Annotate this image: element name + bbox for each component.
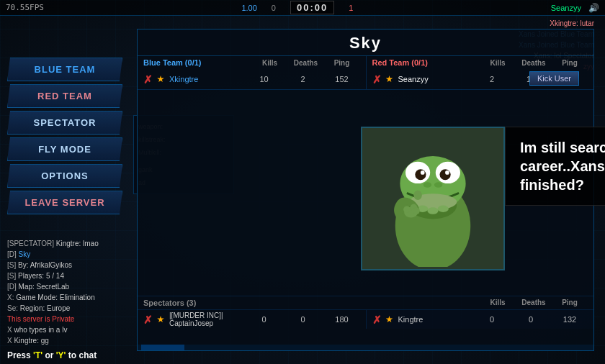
red-player-0-star bbox=[386, 76, 393, 83]
chat-line-9: X Kingtre: gg bbox=[7, 335, 148, 346]
fly-mode-button[interactable]: FLY MODE bbox=[7, 137, 122, 161]
red-col-headers: Kills Deaths Ping bbox=[480, 59, 588, 67]
svg-point-16 bbox=[403, 206, 411, 213]
kermit-svg bbox=[364, 130, 501, 267]
spec-player-1-name: Kingtre bbox=[398, 315, 472, 324]
spec-player-row-1[interactable]: ✗ Kingtre 0 0 132 bbox=[366, 310, 594, 329]
spec-player-1-ping: 132 bbox=[552, 315, 588, 324]
chat-text-5: Game Mode: Elimination bbox=[16, 294, 95, 301]
chat-text-3: Players: 5 / 14 bbox=[18, 272, 64, 280]
chat-prefix-6: Se: bbox=[7, 304, 18, 312]
svg-point-9 bbox=[424, 182, 431, 188]
chat-text-2: By: AfrikalGyikos bbox=[18, 261, 72, 269]
blue-deaths-header: Deaths bbox=[288, 59, 324, 67]
spec-col-headers: Kills Deaths Ping bbox=[480, 299, 588, 307]
chat-prefix-2: [S] bbox=[7, 261, 16, 269]
spec-player-0-deaths: 0 bbox=[285, 315, 321, 324]
spec-player-0-kills: 0 bbox=[246, 315, 282, 324]
score-blue-val: 1.00 bbox=[241, 4, 256, 12]
scoreboard-title: Sky bbox=[138, 29, 593, 56]
spec-deaths-header: Deaths bbox=[516, 299, 552, 307]
spec-player-row-0[interactable]: ✗ |[MURDER INC]| CaptainJosep 0 0 180 bbox=[138, 310, 366, 329]
chat-key-t: 'T' bbox=[33, 350, 42, 360]
leave-server-button[interactable]: LEAVE SERVER bbox=[7, 191, 122, 214]
chat-prefix-0: [SPECTATOR] bbox=[7, 240, 54, 247]
spec-player-1-x: ✗ bbox=[372, 314, 382, 325]
svg-point-5 bbox=[415, 169, 426, 180]
svg-point-8 bbox=[445, 170, 449, 175]
red-team-button[interactable]: RED TEAM bbox=[7, 84, 122, 108]
spec-ping-header: Ping bbox=[552, 299, 588, 307]
teams-header: Blue Team (0/1) Kills Deaths Ping Red Te… bbox=[138, 56, 593, 69]
meme-overlay: Im still searching for the career..Xans … bbox=[361, 127, 605, 270]
blue-player-0-x: ✗ bbox=[143, 74, 153, 85]
chat-prefix-4: [D] bbox=[7, 283, 17, 291]
chat-text-0: Kingtre: lmao bbox=[56, 240, 99, 247]
spec-player-0-name: |[MURDER INC]| CaptainJosep bbox=[169, 311, 243, 327]
chat-private-server: This server is Private bbox=[7, 315, 74, 323]
scoreboard-panel: Sky Kick User Blue Team (0/1) Kills Deat… bbox=[137, 29, 594, 351]
score-zero: 0 bbox=[272, 4, 276, 12]
chat-line-7: This server is Private bbox=[7, 314, 148, 324]
chat-prefix-3: [S] bbox=[7, 272, 16, 280]
fps-counter: 70.55FPS bbox=[6, 3, 44, 12]
spectator-button[interactable]: SPECTATOR bbox=[7, 111, 122, 135]
red-team-label: Red Team (0/1) Kills Deaths Ping bbox=[366, 56, 594, 69]
blue-player-0-star bbox=[157, 76, 164, 83]
chat-text-8: who types in a lv bbox=[14, 326, 67, 334]
chat-bubble-text: Im still searching for the career..Xans … bbox=[505, 127, 605, 206]
blue-col-headers: Kills Deaths Ping bbox=[252, 59, 360, 67]
chat-text-9: Kingtre: gg bbox=[14, 337, 48, 345]
blue-ping-header: Ping bbox=[324, 59, 360, 67]
feed-line-1: Xkingtre: lutar bbox=[519, 18, 594, 29]
chat-text-4: Map: SecretLab bbox=[19, 283, 70, 291]
red-deaths-header: Deaths bbox=[516, 59, 552, 67]
spec-player-1-kills: 0 bbox=[474, 315, 510, 324]
red-player-0-name: Seanzyy bbox=[398, 75, 472, 83]
spec-player-1-star bbox=[386, 316, 393, 323]
score-blue: 1.00 bbox=[241, 4, 256, 12]
red-ping-header: Ping bbox=[552, 59, 588, 67]
score-red-val: 1 bbox=[349, 4, 353, 12]
red-player-0-x: ✗ bbox=[372, 74, 382, 85]
game-timer: 00:00 bbox=[290, 1, 334, 14]
spec-player-1-deaths: 0 bbox=[513, 315, 549, 324]
hud-player-name: Seanzyy bbox=[551, 4, 581, 12]
red-player-0-kills: 2 bbox=[474, 75, 510, 83]
svg-point-14 bbox=[438, 206, 449, 213]
press-to-chat-hint: Press 'T' or 'Y' to chat bbox=[7, 350, 97, 360]
svg-point-7 bbox=[421, 170, 425, 175]
blue-player-0-name: Xkingtre bbox=[169, 75, 243, 83]
hud-right: Seanzyy 🔊 bbox=[551, 3, 599, 13]
spec-player-0-ping: 180 bbox=[324, 315, 360, 324]
svg-point-13 bbox=[427, 207, 438, 214]
kick-user-button[interactable]: Kick User bbox=[529, 71, 579, 86]
svg-point-19 bbox=[413, 191, 421, 200]
scoreboard-scrollbar[interactable] bbox=[138, 345, 593, 350]
scrollbar-thumb bbox=[141, 345, 184, 350]
chat-line-6: Se: Region: Europe bbox=[7, 303, 148, 314]
blue-player-0-kills: 10 bbox=[246, 75, 282, 83]
chat-key-y: 'Y' bbox=[56, 350, 66, 360]
spec-kills-header: Kills bbox=[480, 299, 516, 307]
chat-line-2: [S] By: AfrikalGyikos bbox=[7, 260, 148, 270]
chat-prefix-5: X: bbox=[7, 294, 14, 301]
team-selection-panel: BLUE TEAM RED TEAM SPECTATOR FLY MODE OP… bbox=[7, 58, 130, 214]
blue-player-row-0[interactable]: ✗ Xkingtre 10 2 152 bbox=[138, 70, 366, 88]
blue-team-button[interactable]: BLUE TEAM bbox=[7, 58, 122, 81]
spectators-section: Spectators (3) Kills Deaths Ping ✗ |[MUR… bbox=[138, 296, 593, 329]
blue-kills-header: Kills bbox=[252, 59, 288, 67]
teams-players-container: ✗ Xkingtre 10 2 152 ✗ Seanzyy 2 10 89 bbox=[138, 69, 593, 90]
blue-team-label: Blue Team (0/1) Kills Deaths Ping bbox=[138, 56, 366, 69]
chat-prefix-8: X bbox=[7, 326, 12, 334]
blue-team-side: ✗ Xkingtre 10 2 152 bbox=[138, 69, 366, 89]
spectators-label: Spectators (3) Kills Deaths Ping bbox=[138, 296, 593, 310]
chat-prefix-9: X bbox=[7, 337, 12, 345]
chat-line-3: [S] Players: 5 / 14 bbox=[7, 270, 148, 281]
chat-prefix-1: [D] bbox=[7, 250, 17, 258]
options-button[interactable]: OPTIONS bbox=[7, 164, 122, 188]
chat-line-0: [SPECTATOR] Kingtre: lmao bbox=[7, 238, 148, 249]
svg-point-18 bbox=[413, 207, 420, 214]
blue-player-0-deaths: 2 bbox=[285, 75, 321, 83]
volume-icon: 🔊 bbox=[588, 3, 599, 13]
